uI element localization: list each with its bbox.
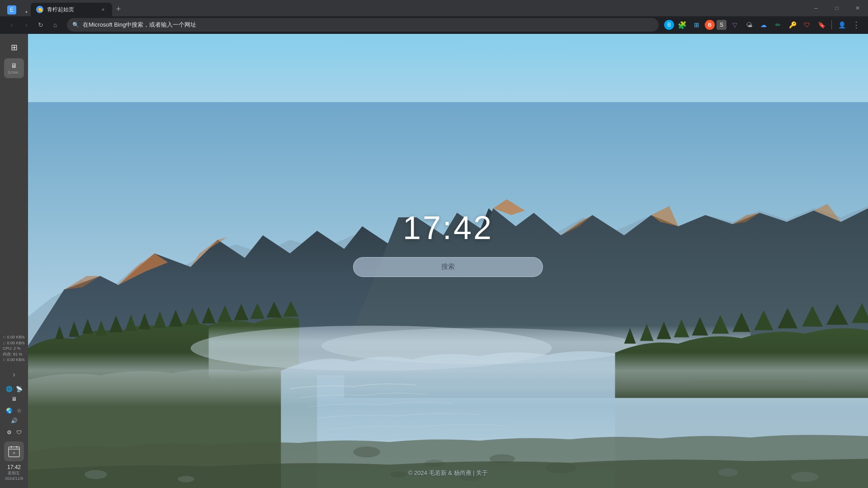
profile-icon[interactable]: 👤 [835,19,848,31]
svg-text:8: 8 [13,451,15,455]
center-content: 17:42 搜索 [28,34,868,452]
active-tab[interactable]: 🍋 青柠起始页 × [31,3,112,16]
collections-icon[interactable]: 🧩 [676,19,689,31]
address-bar[interactable]: 🔍 在Microsoft Bing中搜索，或者输入一个网址 [67,18,659,32]
footer-text: © 2024 毛若新 & 杨尚雍 | 关于 [408,469,488,477]
back-btn[interactable]: ‹ [5,19,18,31]
network-icon[interactable]: 🌐 [5,385,14,394]
maximize-btn[interactable]: □ [826,2,847,14]
browser-logo-icon: E [7,5,16,14]
shield-icon[interactable]: 🛡 [801,19,813,31]
svg-point-17 [718,468,738,476]
windows-icon[interactable]: ⊞ [4,38,24,57]
vpn-icon[interactable]: ▽ [728,19,741,31]
search-address-icon: 🔍 [72,22,79,28]
stylus-icon[interactable]: S [717,20,726,30]
monitor-icon[interactable]: 🖥 [9,394,19,404]
disk-stat: ↕: 0.00 KB/s [3,357,25,363]
bing-icon[interactable]: B [664,20,674,30]
tab-dropdown-btn[interactable]: ▾ [22,7,31,16]
tab-groups-icon[interactable]: ⊞ [690,19,703,31]
svg-point-16 [178,476,194,482]
refresh-btn[interactable]: ↻ [34,19,47,31]
sidebar: ⊞ 🖥 Scree . ↑: 0.00 KB/s ↓: 0.00 KB/s CP… [0,34,28,488]
cpu-stat: CPU: 2 % [3,346,25,352]
calendar-icon: 8 [8,445,20,458]
sidebar-top: ⊞ 🖥 Scree . [4,38,24,333]
keepass-icon[interactable]: 🔑 [786,19,799,31]
sidebar-weekday: 星期五 [5,470,23,476]
toolbar-icons: B 🧩 ⊞ B S ▽ 🌤 ☁ ✏ 🔑 🛡 🔖 👤 ⋮ [664,19,863,31]
newtab-background: 17:42 搜索 © 2024 毛若新 & 杨尚雍 | 关于 [28,34,868,488]
expand-btn[interactable]: › [4,365,24,385]
tab-favicon: 🍋 [36,6,43,13]
search-bar[interactable]: 搜索 [353,257,543,277]
system-stats: ↑: 0.00 KB/s ↓: 0.00 KB/s CPU: 2 % 内存: 8… [0,333,28,365]
nav-bar: ‹ › ↻ ⌂ 🔍 在Microsoft Bing中搜索，或者输入一个网址 B … [0,16,868,33]
browser-chrome: E ▾ 🍋 青柠起始页 × + ─ □ ✕ ‹ › ↻ ⌂ 🔍 在Microso… [0,0,868,34]
sidebar-time: 17:42 [5,464,23,470]
brave-icon[interactable]: B [705,20,715,30]
svg-point-18 [791,472,818,482]
svg-point-15 [85,470,107,479]
antivirus-icon[interactable]: 🛡 [14,428,24,437]
globe-icon[interactable]: 🌏 [5,406,14,415]
tab-close-btn[interactable]: × [99,6,107,13]
tab-title: 青柠起始页 [47,6,96,14]
close-btn[interactable]: ✕ [847,2,868,14]
screen-label: Scree . [8,70,21,75]
divider [831,20,832,29]
settings-icon[interactable]: ⚙ [5,428,14,437]
calendar-widget[interactable]: 8 [4,441,24,461]
sidebar-item-screen[interactable]: 🖥 Scree . [4,58,24,78]
edit-icon[interactable]: ✏ [772,19,784,31]
home-btn[interactable]: ⌂ [49,19,61,31]
window-controls: ─ □ ✕ [806,2,868,14]
volume-icon[interactable]: 🔊 [9,416,19,425]
forward-btn[interactable]: › [20,19,33,31]
tab-bar: E ▾ 🍋 青柠起始页 × + ─ □ ✕ [0,0,868,16]
wireless-icon[interactable]: 📡 [14,385,24,394]
sidebar-clock: 17:42 星期五 2024/11/8 [5,464,23,481]
memory-stat: 内存: 81 % [3,352,25,357]
menu-btn[interactable]: ⋮ [850,19,863,31]
minimize-btn[interactable]: ─ [806,2,826,14]
new-tab-btn[interactable]: + [112,3,125,15]
sidebar-date: 2024/11/8 [5,476,23,481]
browser-content: 17:42 搜索 © 2024 毛若新 & 杨尚雍 | 关于 [28,34,868,488]
sidebar-bottom: 🌐 📡 🖥 🌏 ☆ 🔊 ⚙ 🛡 8 17:42 星期五 [0,385,28,484]
star-icon[interactable]: ☆ [14,406,24,415]
download-stat: ↓: 0.00 KB/s [3,340,25,346]
cloud-icon[interactable]: ☁ [757,19,770,31]
bookmarks-icon[interactable]: 🔖 [815,19,828,31]
search-placeholder: 搜索 [441,263,455,271]
weather-icon[interactable]: 🌤 [743,19,755,31]
url-text: 在Microsoft Bing中搜索，或者输入一个网址 [83,21,653,29]
clock-display: 17:42 [403,209,493,246]
upload-stat: ↑: 0.00 KB/s [3,334,25,340]
